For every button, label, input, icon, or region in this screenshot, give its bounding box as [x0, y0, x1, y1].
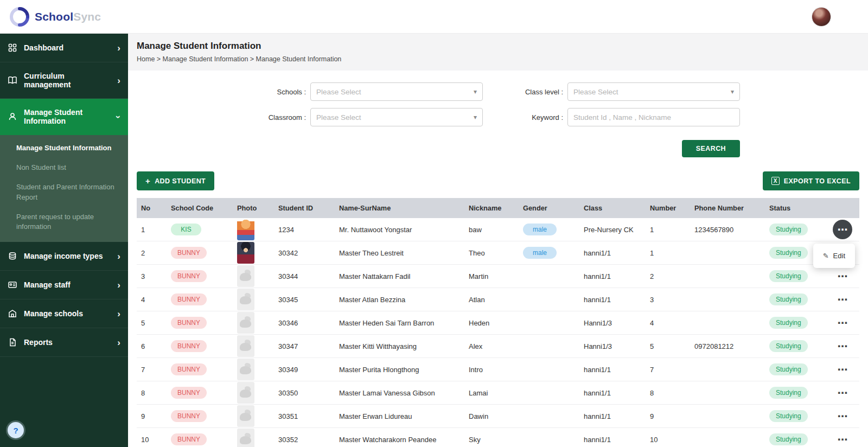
table-body: 1 KIS 1234 Mr. Nuttawoot Yongstar baw ma… — [137, 218, 859, 447]
school-code-badge: BUNNY — [171, 340, 207, 352]
cell-photo — [233, 288, 274, 311]
table-row: 6 BUNNY 30347 Master Kitti Witthayasing … — [137, 335, 859, 358]
cell-name: Master Nattakarn Fadil — [335, 265, 464, 288]
cell-number: 3 — [646, 288, 690, 311]
cell-status: Studying — [765, 335, 826, 357]
student-photo[interactable] — [237, 382, 254, 404]
row-actions-button[interactable]: ⋯ — [835, 409, 850, 424]
search-button[interactable]: SEARCH — [682, 140, 740, 157]
edit-menu-item[interactable]: ✎ Edit — [813, 244, 855, 268]
export-to-excel-button[interactable]: X EXPORT TO EXCEL — [763, 171, 859, 190]
cell-gender: male — [519, 218, 579, 241]
sidebar-item-manage-income-types[interactable]: Manage income types › — [0, 242, 128, 271]
cell-name: Master Atlan Bezzina — [335, 288, 464, 311]
cell-gender — [519, 311, 579, 334]
school-code-badge: BUNNY — [171, 247, 207, 259]
status-badge: Studying — [769, 363, 808, 375]
chevron-right-icon: › — [117, 252, 120, 261]
schools-select[interactable]: Please Select ▾ — [310, 82, 483, 101]
cell-nickname: Dawin — [464, 405, 519, 427]
cell-phone — [690, 381, 765, 404]
help-button[interactable]: ? — [8, 422, 24, 438]
brand-name-primary: School — [35, 10, 73, 23]
row-actions-button[interactable]: ⋯ — [833, 220, 852, 239]
cell-gender — [519, 288, 579, 311]
submenu-item-manage-student-information[interactable]: Manage Student Information — [0, 138, 128, 158]
cell-name: Master Erwan Lidureau — [335, 405, 464, 427]
column-header-gender: Gender — [519, 198, 579, 218]
sidebar-item-manage-schools[interactable]: Manage schools › — [0, 299, 128, 328]
cell-actions: ⋯ — [826, 311, 859, 334]
row-actions-button[interactable]: ⋯ — [835, 362, 850, 377]
status-badge: Studying — [769, 387, 808, 399]
table-row: 10 BUNNY 30352 Master Watcharakorn Peand… — [137, 428, 859, 447]
student-photo[interactable] — [237, 289, 254, 310]
add-student-button[interactable]: + ADD STUDENT — [137, 171, 214, 190]
student-photo[interactable] — [237, 335, 254, 357]
column-header-status: Status — [765, 198, 826, 218]
submenu-item-parent-request-update[interactable]: Parent request to update information — [0, 207, 128, 237]
chevron-right-icon: › — [117, 76, 120, 85]
row-actions-button[interactable]: ⋯ — [835, 432, 850, 447]
table-row: 1 KIS 1234 Mr. Nuttawoot Yongstar baw ma… — [137, 218, 859, 241]
class-level-select[interactable]: Please Select ▾ — [567, 82, 740, 101]
logo-swirl-icon — [8, 5, 31, 29]
student-photo[interactable] — [237, 265, 254, 287]
row-actions-button[interactable]: ⋯ — [835, 339, 850, 354]
cell-student-id: 30346 — [274, 311, 335, 334]
sidebar-item-label: Curriculum management — [24, 72, 111, 89]
sidebar-item-manage-student-information[interactable]: Manage Student Information › — [0, 99, 128, 135]
cell-name: Mr. Nuttawoot Yongstar — [335, 218, 464, 241]
row-actions-button[interactable]: ⋯ — [835, 269, 850, 284]
cell-school-code: BUNNY — [167, 381, 233, 404]
cell-school-code: BUNNY — [167, 405, 233, 427]
breadcrumb[interactable]: Home > Manage Student Information > Mana… — [137, 55, 859, 63]
cell-class: Hanni1/3 — [579, 335, 646, 357]
schoolsync-logo[interactable]: SchoolSync — [8, 5, 101, 29]
table-row: 9 BUNNY 30351 Master Erwan Lidureau Dawi… — [137, 405, 859, 428]
cell-name: Master Heden Sai Tarn Barron — [335, 311, 464, 334]
table-row: 5 BUNNY 30346 Master Heden Sai Tarn Barr… — [137, 311, 859, 335]
cell-photo — [233, 428, 274, 447]
cell-class: hanni1/1 — [579, 405, 646, 427]
submenu-item-student-parent-report[interactable]: Student and Parent Information Report — [0, 177, 128, 207]
column-header-number: Number — [646, 198, 690, 218]
sidebar-item-reports[interactable]: Reports › — [0, 328, 128, 357]
cell-school-code: BUNNY — [167, 335, 233, 357]
school-code-badge: BUNNY — [171, 387, 207, 399]
sidebar-submenu: Manage Student Information Non Student l… — [0, 135, 128, 242]
row-actions-button[interactable]: ⋯ — [835, 386, 850, 400]
sidebar-item-curriculum[interactable]: Curriculum management › — [0, 62, 128, 99]
user-avatar[interactable] — [812, 7, 831, 27]
sidebar-item-label: Manage Student Information — [24, 108, 111, 125]
sidebar-item-manage-staff[interactable]: Manage staff › — [0, 271, 128, 299]
keyword-label: Keyword : — [513, 113, 563, 122]
caret-down-icon: ▾ — [474, 113, 477, 121]
school-code-badge: KIS — [171, 224, 201, 235]
cell-gender — [519, 335, 579, 357]
cell-number: 10 — [646, 428, 690, 447]
cell-photo — [233, 405, 274, 427]
student-photo[interactable] — [237, 312, 254, 334]
classroom-select[interactable]: Please Select ▾ — [310, 108, 483, 126]
table-header-row: NoSchool CodePhotoStudent IDName-SurName… — [137, 198, 859, 218]
keyword-input[interactable] — [567, 108, 740, 126]
edit-menu-label: Edit — [833, 252, 845, 260]
sidebar-item-dashboard[interactable]: Dashboard › — [0, 34, 128, 62]
cell-phone — [690, 405, 765, 427]
cell-nickname: Lamai — [464, 381, 519, 404]
student-photo[interactable] — [237, 219, 254, 240]
student-photo[interactable] — [237, 405, 254, 427]
row-actions-button[interactable]: ⋯ — [835, 292, 850, 307]
cell-no: 4 — [137, 288, 167, 311]
chevron-right-icon: › — [117, 338, 120, 347]
student-photo[interactable] — [237, 429, 254, 447]
cell-phone — [690, 311, 765, 334]
submenu-item-non-student-list[interactable]: Non Student list — [0, 158, 128, 177]
top-bar: SchoolSync — [0, 0, 868, 34]
cell-actions: ⋯ — [826, 288, 859, 311]
student-photo[interactable] — [237, 242, 254, 264]
student-photo[interactable] — [237, 359, 254, 380]
cell-student-id: 30345 — [274, 288, 335, 311]
row-actions-button[interactable]: ⋯ — [835, 316, 850, 330]
